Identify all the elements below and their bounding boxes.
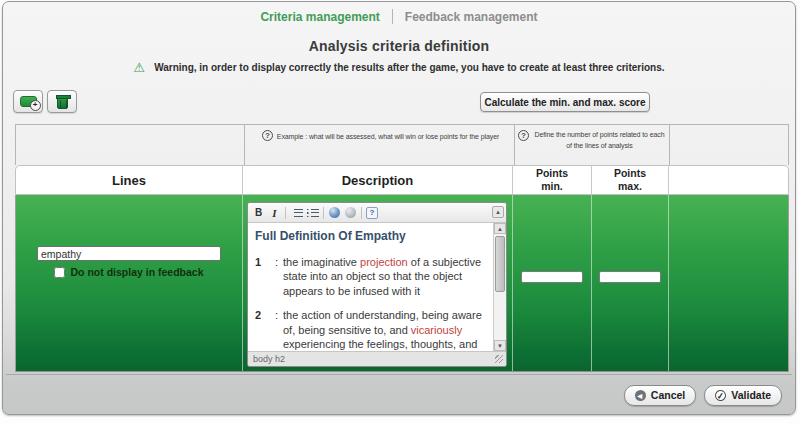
tab-feedback-management[interactable]: Feedback management bbox=[405, 10, 538, 24]
description-hint: Example : what will be assessed, what wi… bbox=[277, 132, 499, 143]
add-criterion-button[interactable] bbox=[13, 90, 43, 113]
cell-description: B I ? bbox=[243, 195, 513, 371]
table-header-row: Lines Description Points min. Points max… bbox=[15, 165, 789, 195]
editor-toolbar: B I ? bbox=[248, 203, 506, 223]
points-hint: Define the number of points related to e… bbox=[533, 130, 666, 151]
help-row: Example : what will be assessed, what wi… bbox=[15, 124, 789, 165]
criteria-table: Example : what will be assessed, what wi… bbox=[15, 124, 789, 372]
hide-feedback-checkbox[interactable] bbox=[54, 267, 65, 278]
question-circle-icon bbox=[518, 130, 529, 141]
criteria-management-screen: Criteria management Feedback management … bbox=[0, 0, 800, 424]
trash-icon bbox=[57, 97, 68, 109]
editor-content[interactable]: Full Definition Of Empathy 1 : the imagi… bbox=[248, 223, 493, 351]
tab-divider bbox=[392, 9, 393, 24]
link-icon bbox=[329, 207, 340, 218]
panel: Criteria management Feedback management … bbox=[2, 1, 796, 415]
line-name-input[interactable] bbox=[37, 246, 221, 261]
calculate-score-button[interactable]: Calculate the min. and max. score bbox=[480, 92, 650, 112]
editor-body: Full Definition Of Empathy 1 : the imagi… bbox=[248, 223, 506, 351]
rich-text-editor: B I ? bbox=[247, 202, 507, 367]
tab-criteria-management[interactable]: Criteria management bbox=[260, 10, 379, 24]
definition-colon: : bbox=[271, 255, 282, 299]
unlink-icon bbox=[345, 207, 356, 218]
toolbar-separator bbox=[285, 207, 286, 219]
editor-heading: Full Definition Of Empathy bbox=[255, 229, 487, 245]
ordered-list-icon bbox=[291, 209, 303, 217]
editor-element-path: body h2 bbox=[253, 354, 285, 364]
toolbar-separator bbox=[361, 207, 362, 219]
points-min-input[interactable] bbox=[521, 271, 583, 283]
validate-label: Validate bbox=[731, 389, 771, 401]
cancel-arrow-icon bbox=[635, 390, 646, 401]
cell-points-max bbox=[592, 195, 669, 371]
toolbar-collapse-button[interactable] bbox=[492, 206, 504, 218]
cancel-label: Cancel bbox=[651, 389, 685, 401]
warning-triangle-icon bbox=[134, 61, 146, 74]
link-button[interactable] bbox=[328, 206, 341, 220]
cell-points-min bbox=[513, 195, 592, 371]
unordered-list-button[interactable] bbox=[306, 206, 319, 220]
help-cell-description: Example : what will be assessed, what wi… bbox=[244, 125, 514, 165]
cell-empty bbox=[669, 195, 788, 371]
highlighted-word: projection bbox=[360, 256, 408, 268]
unlink-button[interactable] bbox=[344, 206, 357, 220]
page-title: Analysis criteria definition bbox=[3, 38, 795, 54]
column-header-description: Description bbox=[243, 166, 513, 194]
definition-item: 2 : the action of understanding, being a… bbox=[255, 308, 487, 351]
ordered-list-button[interactable] bbox=[290, 206, 303, 220]
help-cell-empty bbox=[670, 125, 788, 165]
editor-scrollbar[interactable] bbox=[493, 223, 506, 351]
cancel-button[interactable]: Cancel bbox=[624, 385, 696, 406]
points-max-input[interactable] bbox=[599, 271, 661, 283]
validate-check-icon bbox=[715, 389, 727, 401]
highlighted-word: vicariously bbox=[411, 324, 462, 336]
question-circle-icon bbox=[262, 130, 273, 141]
toolbar-separator bbox=[323, 207, 324, 219]
warning-text: Warning, in order to display correctly t… bbox=[154, 62, 664, 73]
column-header-lines: Lines bbox=[16, 166, 243, 194]
definition-text: the imaginative projection of a subjecti… bbox=[283, 255, 487, 299]
unordered-list-icon bbox=[307, 209, 319, 217]
scroll-down-icon[interactable] bbox=[494, 340, 506, 351]
help-cell-lines bbox=[16, 125, 244, 165]
delete-criterion-button[interactable] bbox=[47, 90, 77, 113]
footer-bar: Cancel Validate bbox=[6, 374, 792, 415]
definition-number: 2 bbox=[255, 308, 270, 351]
definition-text: the action of understanding, being aware… bbox=[283, 308, 487, 351]
validate-button[interactable]: Validate bbox=[704, 385, 782, 406]
tab-bar: Criteria management Feedback management bbox=[3, 9, 795, 24]
column-header-empty bbox=[669, 166, 788, 194]
editor-help-button[interactable]: ? bbox=[366, 207, 378, 219]
scrollbar-thumb[interactable] bbox=[495, 236, 505, 292]
criterion-row: Do not display in feedback B I bbox=[15, 195, 789, 372]
column-header-points-min: Points min. bbox=[513, 166, 592, 194]
bold-button[interactable]: B bbox=[252, 206, 265, 220]
help-cell-points: Define the number of points related to e… bbox=[514, 125, 670, 165]
editor-status-bar: body h2 bbox=[248, 351, 506, 366]
hide-feedback-option: Do not display in feedback bbox=[54, 266, 203, 278]
column-header-points-max: Points max. bbox=[592, 166, 669, 194]
italic-button[interactable]: I bbox=[268, 206, 281, 220]
add-icon bbox=[20, 96, 37, 107]
cell-lines: Do not display in feedback bbox=[16, 195, 243, 371]
resize-grip-icon[interactable] bbox=[495, 355, 503, 363]
warning-banner: Warning, in order to display correctly t… bbox=[3, 61, 795, 74]
definition-number: 1 bbox=[255, 255, 270, 299]
definition-colon: : bbox=[271, 308, 282, 351]
hide-feedback-label: Do not display in feedback bbox=[70, 266, 203, 278]
scroll-up-icon[interactable] bbox=[494, 223, 506, 234]
definition-item: 1 : the imaginative projection of a subj… bbox=[255, 255, 487, 299]
